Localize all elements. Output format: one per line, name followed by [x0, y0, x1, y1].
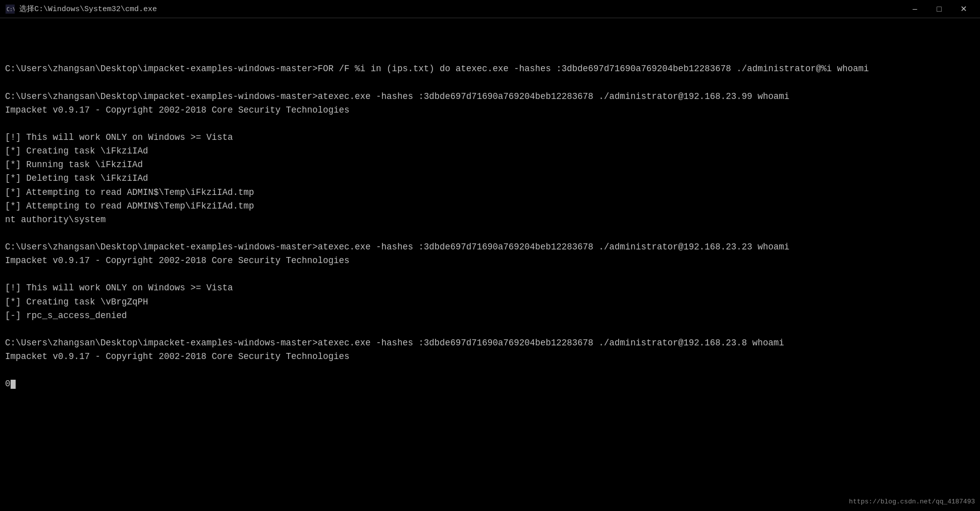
terminal-output: C:\Users\zhangsan\Desktop\impacket-examp… [0, 18, 980, 511]
terminal-line: C:\Users\zhangsan\Desktop\impacket-examp… [5, 240, 975, 254]
terminal-line: Impacket v0.9.17 - Copyright 2002-2018 C… [5, 104, 975, 117]
terminal-line: 0 [5, 377, 975, 391]
terminal-line: nt authority\system [5, 213, 975, 227]
terminal-line: [*] Creating task \iFkziIAd [5, 144, 975, 158]
window-controls: – □ ✕ [903, 2, 975, 17]
terminal-line: [*] Deleting task \iFkziIAd [5, 172, 975, 185]
terminal-line [5, 268, 975, 281]
terminal-line [5, 364, 975, 377]
cmd-window: C:\ 选择C:\Windows\System32\cmd.exe – □ ✕ … [0, 0, 980, 511]
watermark: https://blog.csdn.net/qq_4187493 [849, 497, 975, 507]
terminal-line [5, 323, 975, 336]
terminal-line [5, 48, 975, 62]
terminal-line: [!] This will work ONLY on Windows >= Vi… [5, 131, 975, 144]
terminal-line: Impacket v0.9.17 - Copyright 2002-2018 C… [5, 254, 975, 268]
cmd-icon: C:\ [5, 4, 15, 14]
close-button[interactable]: ✕ [952, 2, 975, 17]
terminal-line: C:\Users\zhangsan\Desktop\impacket-examp… [5, 62, 975, 76]
restore-button[interactable]: □ [928, 2, 951, 17]
terminal-line: C:\Users\zhangsan\Desktop\impacket-examp… [5, 90, 975, 104]
terminal-line: [*] Creating task \vBrgZqPH [5, 295, 975, 309]
cursor [11, 380, 16, 389]
terminal-line: [!] This will work ONLY on Windows >= Vi… [5, 281, 975, 295]
terminal-line: [-] rpc_s_access_denied [5, 309, 975, 323]
minimize-button[interactable]: – [903, 2, 927, 17]
title-bar: C:\ 选择C:\Windows\System32\cmd.exe – □ ✕ [0, 0, 980, 18]
terminal-line: Impacket v0.9.17 - Copyright 2002-2018 C… [5, 350, 975, 364]
svg-text:C:\: C:\ [7, 7, 15, 12]
terminal-line [5, 76, 975, 90]
terminal-line: [*] Running task \iFkziIAd [5, 158, 975, 172]
terminal-line: C:\Users\zhangsan\Desktop\impacket-examp… [5, 336, 975, 350]
terminal-line [5, 117, 975, 131]
terminal-line [5, 227, 975, 240]
terminal-line: [*] Attempting to read ADMIN$\Temp\iFkzi… [5, 199, 975, 213]
terminal-line: [*] Attempting to read ADMIN$\Temp\iFkzi… [5, 186, 975, 199]
window-title: 选择C:\Windows\System32\cmd.exe [19, 4, 903, 14]
